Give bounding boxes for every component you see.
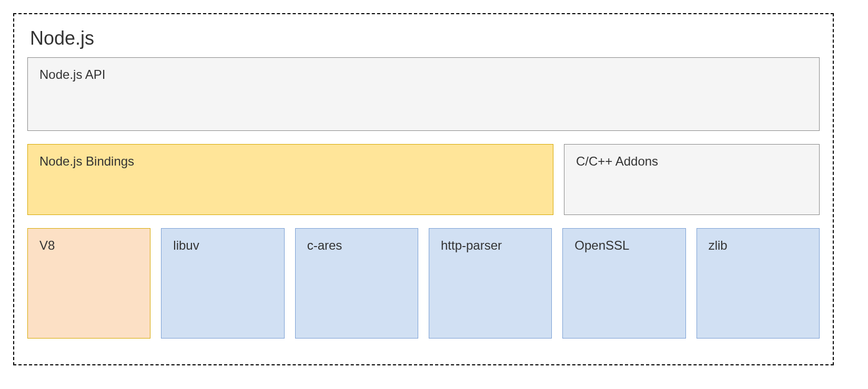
row-api: Node.js API <box>27 57 820 131</box>
box-libuv: libuv <box>161 228 284 339</box>
row-bindings: Node.js Bindings C/C++ Addons <box>27 144 820 215</box>
box-openssl: OpenSSL <box>562 228 685 339</box>
row-components: V8 libuv c-ares http-parser OpenSSL zlib <box>27 228 820 339</box>
box-cpp-addons: C/C++ Addons <box>564 144 820 215</box>
box-v8: V8 <box>27 228 150 339</box>
box-nodejs-api: Node.js API <box>27 57 820 131</box>
box-nodejs-bindings: Node.js Bindings <box>27 144 553 215</box>
diagram-title: Node.js <box>30 27 820 49</box>
box-zlib: zlib <box>697 228 820 339</box>
nodejs-architecture-container: Node.js Node.js API Node.js Bindings C/C… <box>13 13 834 365</box>
box-c-ares: c-ares <box>295 228 418 339</box>
box-http-parser: http-parser <box>429 228 552 339</box>
